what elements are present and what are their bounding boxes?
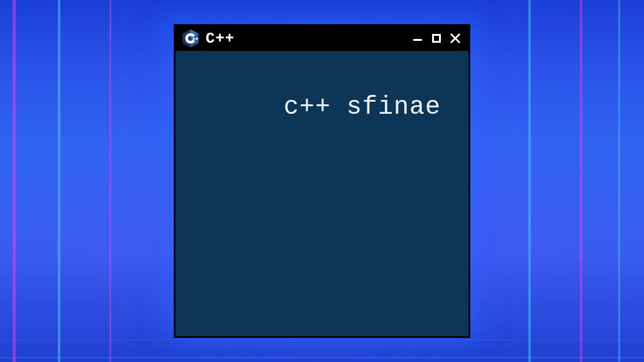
close-icon — [450, 33, 461, 44]
close-button[interactable] — [448, 31, 462, 45]
window-title: C++ — [206, 30, 235, 47]
terminal-window: C++ c++ sfinae — [174, 25, 470, 337]
window-controls — [411, 31, 462, 45]
cpp-logo-icon — [182, 29, 199, 48]
terminal-body[interactable]: c++ sfinae — [175, 51, 469, 163]
maximize-button[interactable] — [430, 31, 443, 45]
titlebar[interactable]: C++ — [175, 26, 469, 51]
terminal-text: c++ sfinae — [284, 93, 441, 121]
svg-rect-4 — [192, 38, 196, 39]
background: C++ c++ sfinae — [0, 0, 644, 362]
svg-rect-6 — [196, 38, 199, 39]
minimize-button[interactable] — [411, 31, 425, 45]
